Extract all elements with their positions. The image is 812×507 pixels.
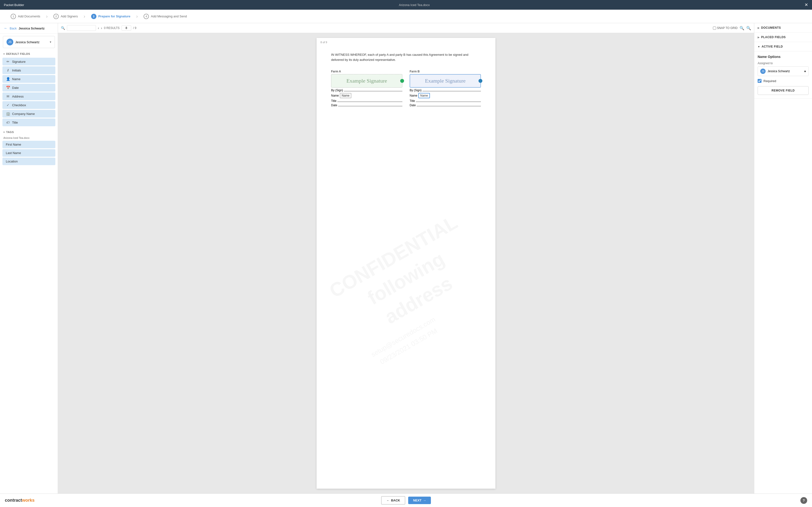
toolbar: 🔍 ‹ › 0 RESULTS / 9 SNAP TO GRID 🔍 🔍 xyxy=(58,23,754,33)
user-name-label: Jessica Schwartz xyxy=(15,40,48,44)
user-avatar: JS xyxy=(6,39,13,45)
back-label: Back xyxy=(10,26,17,30)
search-input[interactable] xyxy=(67,25,96,31)
search-icon[interactable]: 🔍 xyxy=(61,26,65,30)
next-btn-label: NEXT xyxy=(413,499,421,502)
page-input[interactable] xyxy=(121,25,131,31)
snap-to-grid-label[interactable]: SNAP TO GRID xyxy=(713,26,738,30)
field-address[interactable]: ✉ Address xyxy=(2,93,55,100)
farm-a-title-line: Title xyxy=(331,99,402,103)
farm-a-signature-box[interactable]: Example Signature xyxy=(331,74,402,88)
farm-b-label: Farm B xyxy=(410,70,481,73)
assigned-to-select[interactable]: JS Jessica Schwartz ▾ xyxy=(758,66,809,76)
farm-b-name-field[interactable]: Name xyxy=(418,93,430,98)
user-initials: JS xyxy=(8,40,12,44)
farm-a-date-label: Date xyxy=(331,104,337,107)
prev-nav-button[interactable]: ‹ xyxy=(98,26,99,30)
step-add-signers[interactable]: 2 Add Signers xyxy=(48,14,84,19)
assigned-avatar: JS xyxy=(760,68,766,74)
back-btn-label: BACK xyxy=(391,499,400,502)
farm-b-bysign-line: By (Sign) xyxy=(410,89,481,92)
next-button[interactable]: NEXT → xyxy=(408,497,431,504)
tag-last-name[interactable]: Last Name xyxy=(2,149,55,157)
next-arrow-icon: → xyxy=(423,499,426,502)
page-separator: / 9 xyxy=(133,26,136,30)
logo-contract: contract xyxy=(5,498,22,503)
step-prepare-signature[interactable]: 3 Prepare for Signature xyxy=(85,14,136,19)
zoom-out-button[interactable]: 🔍 xyxy=(740,26,744,31)
step-arrow-3: › xyxy=(136,13,138,19)
default-fields-header: ▾ DEFAULT FIELDS xyxy=(0,50,58,57)
tags-label: TAGS xyxy=(6,131,14,133)
address-icon: ✉ xyxy=(6,95,10,98)
tag-first-name[interactable]: First Name xyxy=(2,141,55,148)
farm-b-signature-example: Example Signature xyxy=(425,78,465,84)
field-company-label: Company Name xyxy=(12,112,35,116)
app-title: Packet Builder xyxy=(4,3,24,7)
snap-to-grid-checkbox[interactable] xyxy=(713,26,716,30)
placed-fields-panel-label: PLACED FIELDS xyxy=(761,36,786,39)
field-company-name[interactable]: 🏢 Company Name xyxy=(2,110,55,118)
field-date[interactable]: 📅 Date xyxy=(2,84,55,92)
step-num-2: 2 xyxy=(53,14,59,19)
step-add-messaging[interactable]: 4 Add Messaging and Send xyxy=(138,14,193,19)
watermark-email: setup@securedocs.com09/23/2021 03:50 PM xyxy=(369,314,443,369)
tags-chevron-icon: ▾ xyxy=(3,131,5,133)
page-indicator: 8 of 9 xyxy=(320,41,327,44)
user-selector[interactable]: JS Jessica Schwartz ▾ xyxy=(3,36,55,48)
tag-location-label: Location xyxy=(6,160,18,163)
step-arrow-1: › xyxy=(46,13,48,19)
help-button[interactable]: ? xyxy=(800,497,807,504)
field-signature-label: Signature xyxy=(12,60,26,63)
close-button[interactable]: ✕ xyxy=(805,2,808,7)
farm-a-name-line: Name Name xyxy=(331,93,402,98)
initials-icon: I xyxy=(6,68,10,72)
field-checkbox[interactable]: ✓ Checkbox xyxy=(2,101,55,109)
step-label-3: Prepare for Signature xyxy=(98,14,131,18)
active-field-panel-label: ACTIVE FIELD xyxy=(761,45,783,48)
field-title-label: Title xyxy=(12,121,18,124)
signature-section: Farm A Example Signature By (Sign) Name … xyxy=(331,70,481,108)
field-title[interactable]: 🏷 Title xyxy=(2,119,55,126)
step-num-1: 1 xyxy=(11,14,16,19)
farm-b-signature-box[interactable]: Example Signature xyxy=(410,74,481,88)
signature-icon: ✏ xyxy=(6,60,10,63)
active-field-section: Name Options Assigned to JS Jessica Schw… xyxy=(754,51,812,99)
assigned-name: Jessica Schwartz xyxy=(767,69,802,73)
zoom-in-button[interactable]: 🔍 xyxy=(746,26,751,31)
doc-name: Arizona Iced Tea.docx xyxy=(399,3,430,7)
back-button[interactable]: ← BACK xyxy=(381,496,406,505)
documents-panel-header[interactable]: ▶ DOCUMENTS xyxy=(754,23,812,33)
field-date-label: Date xyxy=(12,86,18,90)
farm-a-date-line: Date xyxy=(331,104,402,107)
field-name-label: Name xyxy=(12,77,20,81)
document-page: 8 of 9 CONFIDENTIALfollowingaddress setu… xyxy=(317,38,495,489)
farm-b-name-line: Name Name xyxy=(410,93,481,98)
search-results: 0 RESULTS xyxy=(104,26,119,30)
farm-b-title-line: Title xyxy=(410,99,481,103)
farm-b-date-line: Date xyxy=(410,104,481,107)
document-scroll: 8 of 9 CONFIDENTIALfollowingaddress setu… xyxy=(58,33,754,494)
tag-location[interactable]: Location xyxy=(2,158,55,165)
field-initials-label: Initials xyxy=(12,68,21,72)
step-label-4: Add Messaging and Send xyxy=(151,14,187,18)
farm-a-name-field[interactable]: Name xyxy=(340,93,351,98)
field-initials[interactable]: I Initials xyxy=(2,66,55,74)
remove-field-button[interactable]: REMOVE FIELD xyxy=(758,86,809,95)
documents-chevron-icon: ▶ xyxy=(758,26,760,29)
field-signature[interactable]: ✏ Signature xyxy=(2,58,55,65)
back-bar[interactable]: ← Back Jessica Schwartz xyxy=(0,23,58,34)
farm-b-date-label: Date xyxy=(410,104,416,107)
required-checkbox[interactable] xyxy=(758,79,761,83)
step-label-2: Add Signers xyxy=(61,14,78,18)
company-icon: 🏢 xyxy=(6,112,10,116)
active-field-panel-header[interactable]: ▼ ACTIVE FIELD xyxy=(754,42,812,51)
field-name[interactable]: 👤 Name xyxy=(2,75,55,83)
farm-a-label: Farm A xyxy=(331,70,402,73)
placed-fields-panel-header[interactable]: ▶ PLACED FIELDS xyxy=(754,33,812,42)
back-user-name: Jessica Schwartz xyxy=(18,26,45,30)
step-add-documents[interactable]: 1 Add Documents xyxy=(5,14,46,19)
farm-a-name-label: Name xyxy=(331,94,339,97)
steps-bar: 1 Add Documents › 2 Add Signers › 3 Prep… xyxy=(0,10,812,23)
next-nav-button[interactable]: › xyxy=(101,26,102,30)
